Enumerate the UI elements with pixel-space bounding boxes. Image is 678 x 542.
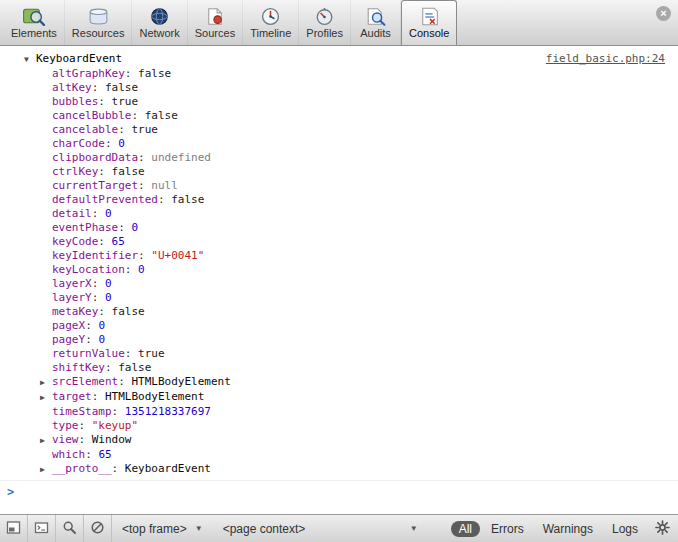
property-row[interactable]: srcElement: HTMLBodyElement <box>0 375 678 390</box>
property-row: ctrlKey: false <box>0 165 678 179</box>
property-row: timeStamp: 1351218337697 <box>0 405 678 419</box>
dock-button[interactable] <box>0 515 28 542</box>
property-separator: : <box>85 319 98 332</box>
property-separator: : <box>125 67 138 80</box>
search-button[interactable] <box>56 515 84 542</box>
context-selector-dropdown[interactable]: <page context> <box>213 515 428 542</box>
property-name: detail <box>52 207 92 220</box>
property-separator: : <box>92 390 105 403</box>
source-link[interactable]: field_basic.php:24 <box>546 52 665 66</box>
property-name: eventPhase <box>52 221 118 234</box>
chevron-down-icon <box>410 524 418 533</box>
tab-audits[interactable]: Audits <box>351 0 401 45</box>
property-value: 0 <box>105 207 112 220</box>
property-separator: : <box>98 95 111 108</box>
profiles-icon <box>312 7 337 26</box>
console-filters: AllErrorsWarningsLogs <box>451 515 646 542</box>
property-separator: : <box>92 277 105 290</box>
clear-console-button[interactable] <box>84 515 112 542</box>
tab-elements[interactable]: Elements <box>4 0 65 45</box>
property-name: timeStamp <box>52 405 112 418</box>
tab-sources[interactable]: Sources <box>188 0 243 45</box>
console-message-group: KeyboardEventfield_basic.php:24 altGraph… <box>0 47 678 481</box>
statusbar-buttons <box>0 515 112 542</box>
tab-resources[interactable]: Resources <box>65 0 133 45</box>
tab-console[interactable]: Console <box>401 0 457 45</box>
filter-warnings[interactable]: Warnings <box>535 521 601 537</box>
property-value: HTMLBodyElement <box>131 375 230 388</box>
property-separator: : <box>85 448 98 461</box>
tab-label: Audits <box>360 27 391 39</box>
tab-timeline[interactable]: Timeline <box>243 0 299 45</box>
filter-all[interactable]: All <box>451 521 480 537</box>
console-prompt[interactable]: > <box>0 481 678 500</box>
gear-icon <box>655 520 670 538</box>
property-separator: : <box>118 221 131 234</box>
property-separator: : <box>112 462 125 475</box>
property-value: true <box>131 123 158 136</box>
property-name: metaKey <box>52 305 98 318</box>
clear-console-icon <box>90 520 105 538</box>
property-name: cancelable <box>52 123 118 136</box>
property-separator: : <box>125 263 138 276</box>
disclosure-triangle-collapsed-icon[interactable] <box>40 376 52 390</box>
property-name: returnValue <box>52 347 125 360</box>
disclosure-triangle-collapsed-icon[interactable] <box>40 391 52 405</box>
tab-profiles[interactable]: Profiles <box>299 0 351 45</box>
filter-logs[interactable]: Logs <box>604 521 646 537</box>
close-button[interactable]: × <box>656 6 671 21</box>
property-name: view <box>52 433 79 446</box>
property-row: altGraphKey: false <box>0 67 678 81</box>
elements-icon <box>21 7 46 26</box>
property-separator: : <box>138 249 151 262</box>
search-icon <box>62 520 77 538</box>
property-row: returnValue: true <box>0 347 678 361</box>
property-separator: : <box>98 165 111 178</box>
property-value: false <box>171 193 204 206</box>
property-name: keyIdentifier <box>52 249 138 262</box>
frame-selector-dropdown[interactable]: <top frame> <box>112 515 213 542</box>
disclosure-triangle-expanded-icon[interactable] <box>24 53 36 67</box>
resources-icon <box>86 7 111 26</box>
property-separator: : <box>138 151 151 164</box>
property-separator: : <box>112 405 125 418</box>
property-name: bubbles <box>52 95 98 108</box>
property-row[interactable]: view: Window <box>0 433 678 448</box>
property-name: charCode <box>52 137 105 150</box>
show-console-button[interactable] <box>28 515 56 542</box>
tab-label: Console <box>409 27 449 39</box>
filter-errors[interactable]: Errors <box>483 521 532 537</box>
property-separator: : <box>92 81 105 94</box>
property-separator: : <box>125 347 138 360</box>
property-separator: : <box>158 193 171 206</box>
property-row: eventPhase: 0 <box>0 221 678 235</box>
property-row[interactable]: target: HTMLBodyElement <box>0 390 678 405</box>
timeline-icon <box>258 7 283 26</box>
chevron-down-icon <box>195 524 203 533</box>
property-row[interactable]: __proto__: KeyboardEvent <box>0 462 678 477</box>
disclosure-triangle-collapsed-icon[interactable] <box>40 434 52 448</box>
property-row: charCode: 0 <box>0 137 678 151</box>
object-class-name: KeyboardEvent <box>36 52 122 65</box>
property-separator: : <box>98 305 111 318</box>
property-name: type <box>52 419 79 432</box>
disclosure-triangle-collapsed-icon[interactable] <box>40 463 52 477</box>
property-value: HTMLBodyElement <box>105 390 204 403</box>
property-value: "U+0041" <box>151 249 204 262</box>
console-message-root[interactable]: KeyboardEventfield_basic.php:24 <box>0 52 678 67</box>
property-row: layerY: 0 <box>0 291 678 305</box>
property-name: pageX <box>52 319 85 332</box>
audits-icon <box>363 7 388 26</box>
property-name: srcElement <box>52 375 118 388</box>
property-separator: : <box>92 207 105 220</box>
sources-icon <box>202 7 227 26</box>
property-value: true <box>138 347 165 360</box>
property-name: target <box>52 390 92 403</box>
show-console-icon <box>34 520 49 538</box>
tab-network[interactable]: Network <box>132 0 187 45</box>
settings-button[interactable] <box>646 515 678 542</box>
context-selector-label: <page context> <box>223 522 306 536</box>
property-value: 0 <box>131 221 138 234</box>
property-name: cancelBubble <box>52 109 131 122</box>
property-value: 0 <box>98 333 105 346</box>
